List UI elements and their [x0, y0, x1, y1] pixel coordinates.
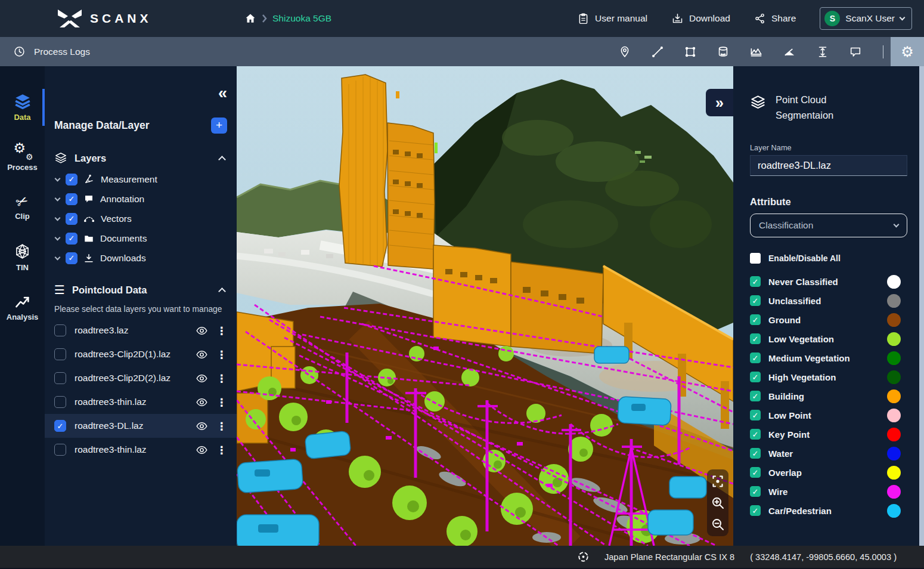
profile-tool[interactable] — [749, 45, 763, 58]
angle-measure-tool[interactable] — [783, 45, 796, 58]
measurement-checkbox[interactable] — [66, 174, 77, 185]
chevron-down-icon[interactable] — [55, 175, 61, 181]
class-row-unclassified[interactable]: Unclassified — [750, 291, 907, 310]
class-row-key-point[interactable]: Key Point — [750, 425, 907, 444]
file-row[interactable]: roadtree3-Clip2D(2).laz ⋮ — [45, 366, 237, 390]
class-checkbox[interactable] — [750, 333, 761, 344]
layer-item-measurement[interactable]: Measurement — [55, 169, 227, 189]
visibility-eye-icon[interactable] — [196, 444, 208, 456]
class-row-overlap[interactable]: Overlap — [750, 463, 907, 482]
settings-button[interactable]: ⚙ — [891, 37, 924, 66]
visibility-eye-icon[interactable] — [196, 348, 208, 361]
add-data-button[interactable]: + — [211, 117, 227, 134]
zoom-out-icon[interactable] — [711, 517, 725, 531]
vectors-checkbox[interactable] — [66, 213, 77, 225]
layer-item-documents[interactable]: Documents — [55, 228, 227, 248]
volume-measure-tool[interactable] — [717, 45, 730, 58]
file-row-selected[interactable]: roadtree3-DL.laz ⋮ — [45, 414, 237, 438]
class-row-water[interactable]: Water — [750, 444, 907, 463]
file-checkbox[interactable] — [54, 420, 66, 432]
file-checkbox[interactable] — [54, 396, 66, 408]
class-row-low-point[interactable]: Low Point — [750, 406, 907, 425]
file-checkbox[interactable] — [54, 444, 66, 456]
zoom-in-icon[interactable] — [711, 496, 725, 510]
visibility-eye-icon[interactable] — [196, 372, 208, 385]
chevron-down-icon[interactable] — [55, 254, 61, 260]
class-checkbox[interactable] — [750, 276, 761, 287]
viewport-3d-scene[interactable] — [237, 66, 733, 546]
enable-all-checkbox[interactable] — [750, 253, 761, 264]
class-checkbox[interactable] — [750, 505, 761, 516]
expand-panel-button[interactable]: » — [706, 89, 733, 116]
home-icon[interactable] — [244, 13, 256, 24]
file-checkbox[interactable] — [54, 348, 66, 360]
file-row[interactable]: roadtree3.laz ⋮ — [45, 318, 237, 342]
collapse-panel-icon[interactable]: « — [218, 85, 227, 101]
chevron-down-icon[interactable] — [55, 234, 61, 240]
enable-all-row[interactable]: Enable/Disable All — [750, 253, 907, 264]
user-menu-button[interactable]: S ScanX User — [820, 7, 912, 30]
collapse-section-icon[interactable] — [218, 287, 226, 295]
focus-extent-icon[interactable] — [711, 474, 725, 488]
visibility-eye-icon[interactable] — [196, 324, 208, 337]
sidebar-item-data[interactable]: Data — [0, 89, 45, 126]
collapse-section-icon[interactable] — [218, 156, 226, 163]
class-checkbox[interactable] — [750, 429, 761, 440]
attribute-select[interactable]: Classification — [750, 214, 907, 237]
class-checkbox[interactable] — [750, 314, 761, 325]
comment-tool[interactable] — [849, 45, 862, 58]
kebab-menu-icon[interactable]: ⋮ — [216, 396, 227, 409]
kebab-menu-icon[interactable]: ⋮ — [216, 348, 227, 361]
class-checkbox[interactable] — [750, 410, 761, 420]
sidebar-item-clip[interactable]: ✂ Clip — [0, 189, 45, 226]
file-row[interactable]: roadtree3-thin.laz ⋮ — [45, 438, 237, 462]
file-checkbox[interactable] — [54, 372, 66, 384]
visibility-eye-icon[interactable] — [196, 396, 208, 409]
class-checkbox[interactable] — [750, 372, 761, 382]
chevron-down-icon[interactable] — [55, 195, 61, 201]
download-button[interactable]: Download — [671, 13, 730, 25]
viewport-3d[interactable]: » — [237, 66, 733, 546]
area-measure-tool[interactable] — [684, 45, 697, 58]
sidebar-item-analysis[interactable]: Analysis — [0, 289, 45, 326]
layer-item-annotation[interactable]: Annotation — [55, 189, 227, 209]
scrollbar[interactable] — [919, 66, 924, 546]
class-row-high-vegetation[interactable]: High Vegetation — [750, 367, 907, 386]
class-row-low-vegetation[interactable]: Low Vegetation — [750, 329, 907, 348]
user-manual-button[interactable]: User manual — [577, 13, 647, 25]
layer-item-vectors[interactable]: Vectors — [55, 209, 227, 228]
visibility-eye-icon[interactable] — [196, 420, 208, 432]
class-row-building[interactable]: Building — [750, 386, 907, 406]
chevron-down-icon[interactable] — [55, 215, 61, 221]
annotation-checkbox[interactable] — [66, 193, 77, 205]
class-row-car-pedestrian[interactable]: Car/Pedestrian — [750, 501, 907, 520]
documents-checkbox[interactable] — [66, 233, 77, 245]
sidebar-item-process[interactable]: ⚙ ⚙ Process — [0, 139, 45, 176]
class-row-wire[interactable]: Wire — [750, 482, 907, 501]
downloads-checkbox[interactable] — [66, 252, 77, 264]
class-checkbox[interactable] — [750, 391, 761, 401]
line-measure-tool[interactable] — [651, 45, 664, 58]
kebab-menu-icon[interactable]: ⋮ — [216, 444, 227, 456]
class-checkbox[interactable] — [750, 467, 761, 478]
breadcrumb-project[interactable]: Shizuoka 5GB — [272, 13, 331, 24]
point-marker-tool[interactable] — [618, 45, 631, 58]
height-measure-tool[interactable] — [816, 45, 829, 58]
kebab-menu-icon[interactable]: ⋮ — [216, 324, 227, 337]
file-row[interactable]: roadtree3-thin.laz ⋮ — [45, 390, 237, 414]
layer-item-downloads[interactable]: Downloads — [55, 248, 227, 268]
sidebar-item-tin[interactable]: TIN — [0, 239, 45, 276]
kebab-menu-icon[interactable]: ⋮ — [216, 420, 227, 432]
class-row-medium-vegetation[interactable]: Medium Vegetation — [750, 348, 907, 367]
class-checkbox[interactable] — [750, 352, 761, 363]
layer-name-input[interactable]: roadtree3-DL.laz — [750, 155, 907, 176]
kebab-menu-icon[interactable]: ⋮ — [216, 372, 227, 385]
file-row[interactable]: roadtree3-Clip2D(1).laz ⋮ — [45, 342, 237, 366]
share-button[interactable]: Share — [754, 13, 796, 24]
file-checkbox[interactable] — [54, 324, 66, 336]
class-checkbox[interactable] — [750, 295, 761, 306]
class-row-never-classified[interactable]: Never Classified — [750, 272, 907, 291]
class-row-ground[interactable]: Ground — [750, 310, 907, 329]
class-checkbox[interactable] — [750, 486, 761, 497]
class-checkbox[interactable] — [750, 448, 761, 459]
